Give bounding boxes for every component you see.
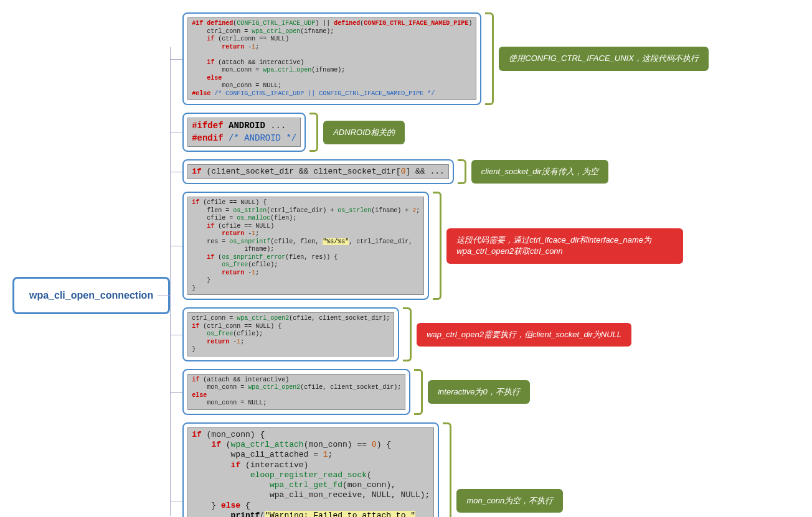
annotation-2: client_socket_dir没有传入，为空 <box>471 160 608 184</box>
code-block-1: #ifdef ANDROID ... #endif /* ANDROID */ <box>182 113 306 152</box>
code-content-2: if (client_socket_dir && client_socket_d… <box>187 164 449 179</box>
branch-6: if (mon_conn) { if (wpa_ctrl_attach(mon_… <box>182 422 709 517</box>
code-block-5: if (attach && interactive) mon_conn = wp… <box>182 369 410 415</box>
annotation-4: wap_ctrl_open2需要执行，但client_socket_dir为NU… <box>417 323 631 347</box>
annotation-6: mon_conn为空，不执行 <box>456 489 563 513</box>
annotation-5: interactive为0，不执行 <box>428 380 529 404</box>
code-content-4: ctrl_conn = wpa_ctrl_open2(cfile, client… <box>187 312 394 356</box>
root-node: wpa_cli_open_connection <box>12 277 170 314</box>
code-block-0: #if defined(CONFIG_CTRL_IFACE_UDP) || de… <box>182 12 481 105</box>
branch-1: #ifdef ANDROID ... #endif /* ANDROID */ … <box>182 113 709 152</box>
branch-2: if (client_socket_dir && client_socket_d… <box>182 159 709 184</box>
annotation-0: 使用CONFIG_CTRL_IFACE_UNIX，这段代码不执行 <box>499 47 709 70</box>
code-content-5: if (attach && interactive) mon_conn = wp… <box>187 374 405 410</box>
code-block-4: ctrl_conn = wpa_ctrl_open2(cfile, client… <box>182 307 399 361</box>
bracket-6 <box>443 422 451 517</box>
annotation-1: ADNROID相关的 <box>323 121 405 144</box>
branch-4: ctrl_conn = wpa_ctrl_open2(cfile, client… <box>182 307 709 361</box>
annotation-3: 这段代码需要，通过ctrl_ifcace_dir和interface_name为… <box>446 228 683 263</box>
branch-list: #if defined(CONFIG_CTRL_IFACE_UDP) || de… <box>182 12 709 517</box>
branch-3: if (cfile == NULL) { flen = os_strlen(ct… <box>182 192 709 300</box>
code-block-3: if (cfile == NULL) { flen = os_strlen(ct… <box>182 192 429 300</box>
code-block-6: if (mon_conn) { if (wpa_ctrl_attach(mon_… <box>182 422 439 517</box>
code-content-3: if (cfile == NULL) { flen = os_strlen(ct… <box>187 197 424 295</box>
diagram-root: wpa_cli_open_connection #if defined(CONF… <box>12 12 800 517</box>
bracket-0 <box>485 12 494 105</box>
bracket-1 <box>309 113 318 152</box>
branch-5: if (attach && interactive) mon_conn = wp… <box>182 369 709 415</box>
code-block-2: if (client_socket_dir && client_socket_d… <box>182 159 454 184</box>
code-content-1: #ifdef ANDROID ... #endif /* ANDROID */ <box>187 118 301 147</box>
bracket-4 <box>403 307 412 361</box>
bracket-3 <box>433 192 441 300</box>
bracket-5 <box>414 369 423 415</box>
branch-0: #if defined(CONFIG_CTRL_IFACE_UDP) || de… <box>182 12 709 105</box>
bracket-2 <box>458 159 466 184</box>
root-title: wpa_cli_open_connection <box>29 290 153 300</box>
code-content-0: #if defined(CONFIG_CTRL_IFACE_UDP) || de… <box>187 17 476 100</box>
code-content-6: if (mon_conn) { if (wpa_ctrl_attach(mon_… <box>187 427 434 517</box>
